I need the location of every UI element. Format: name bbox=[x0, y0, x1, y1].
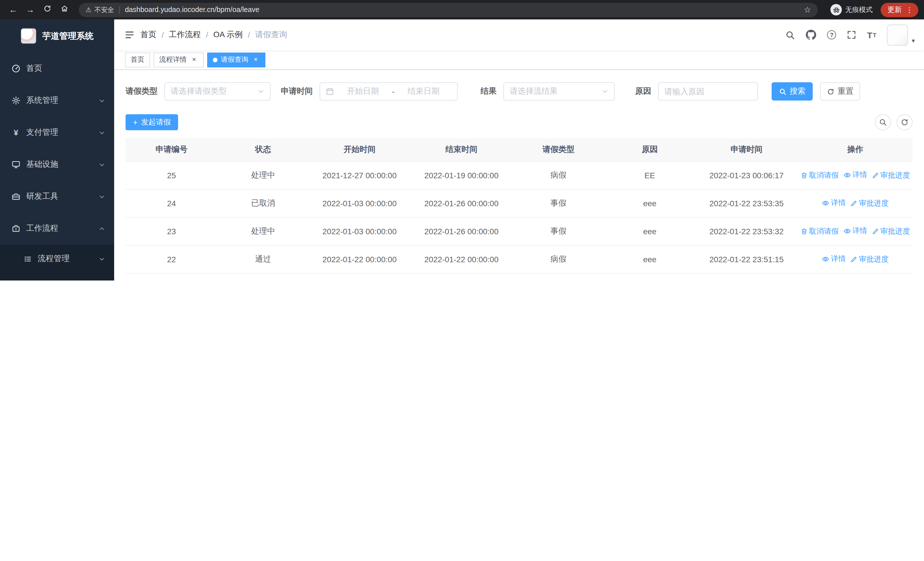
leave-type-select[interactable]: 请选择请假类型 bbox=[164, 82, 270, 101]
help-button[interactable]: ? bbox=[827, 30, 836, 39]
cancel-leave-link[interactable]: 取消请假 bbox=[801, 170, 838, 180]
breadcrumb-current: 请假查询 bbox=[255, 30, 287, 40]
cell-actions: 详情审批进度 bbox=[798, 189, 913, 217]
reset-button[interactable]: 重置 bbox=[820, 82, 860, 101]
cell-reason: EE bbox=[604, 161, 695, 189]
detail-link[interactable]: 详情 bbox=[822, 198, 846, 208]
approval-progress-link[interactable]: 审批进度 bbox=[850, 254, 889, 265]
fullscreen-icon bbox=[847, 30, 856, 39]
cell-start-time: 2022-01-03 00:00:00 bbox=[309, 189, 410, 217]
sidebar-item-dev-tools[interactable]: 研发工具 bbox=[0, 180, 114, 212]
cell-apply-time: 2022-01-22 23:49:46 bbox=[695, 273, 798, 281]
sidebar-item-label: 系统管理 bbox=[26, 95, 58, 106]
url-text[interactable]: dashboard.yudao.iocoder.cn/bpm/oa/leave bbox=[125, 6, 804, 14]
font-size-button[interactable]: TT bbox=[867, 30, 876, 40]
cell-reason: eee bbox=[604, 217, 695, 245]
breadcrumb-oa-example[interactable]: OA 示例 bbox=[213, 30, 243, 40]
detail-link[interactable]: 详情 bbox=[843, 226, 867, 236]
toggle-search-button[interactable] bbox=[875, 114, 891, 130]
edit-icon bbox=[850, 256, 857, 263]
cancel-leave-link[interactable]: 取消请假 bbox=[801, 226, 838, 236]
breadcrumb: 首页 / 工作流程 / OA 示例 / 请假查询 bbox=[140, 30, 287, 40]
browser-reload-button[interactable] bbox=[40, 2, 55, 17]
cell-leave-type: 事假 bbox=[513, 189, 604, 217]
tab-leave-query[interactable]: 请假查询 × bbox=[207, 52, 266, 67]
reason-input[interactable] bbox=[658, 82, 758, 101]
cell-start-time: 2022-01-03 00:00:00 bbox=[309, 217, 410, 245]
sidebar-item-payment-management[interactable]: ¥ 支付管理 bbox=[0, 117, 114, 149]
tab-process-detail[interactable]: 流程详情 × bbox=[153, 52, 204, 67]
trash-icon bbox=[801, 172, 807, 179]
reason-label: 原因 bbox=[635, 86, 651, 96]
sidebar-item-task-management[interactable]: 任务管理 bbox=[0, 273, 114, 281]
approval-progress-link[interactable]: 审批进度 bbox=[850, 198, 889, 209]
incognito-badge: 无痕模式 bbox=[830, 4, 873, 15]
cell-reason: EEE bbox=[604, 273, 695, 281]
sidebar-item-infrastructure[interactable]: 基础设施 bbox=[0, 149, 114, 180]
incognito-label: 无痕模式 bbox=[845, 5, 873, 15]
apply-time-label: 申请时间 bbox=[281, 86, 313, 96]
warning-icon: ⚠ bbox=[86, 6, 92, 14]
sidebar-item-workflow[interactable]: 工作流程 bbox=[0, 212, 114, 245]
close-icon[interactable]: × bbox=[190, 56, 198, 64]
tab-home[interactable]: 首页 bbox=[125, 52, 150, 67]
eye-icon bbox=[822, 256, 829, 263]
browser-back-button[interactable]: ← bbox=[6, 2, 21, 17]
approval-progress-link[interactable]: 审批进度 bbox=[872, 226, 910, 236]
refresh-table-button[interactable] bbox=[897, 114, 913, 130]
address-bar[interactable]: ⚠ 不安全 dashboard.yudao.iocoder.cn/bpm/oa/… bbox=[79, 3, 818, 17]
bookmark-star-button[interactable]: ☆ bbox=[804, 5, 811, 14]
close-icon[interactable]: × bbox=[252, 56, 260, 64]
user-menu[interactable]: ▾ bbox=[887, 24, 915, 45]
date-range-separator: - bbox=[391, 87, 396, 96]
site-security-warning[interactable]: ⚠ 不安全 bbox=[86, 5, 114, 14]
apply-time-daterange[interactable]: 开始日期 - 结束日期 bbox=[320, 82, 458, 101]
cell-request-id: 23 bbox=[126, 217, 218, 245]
browser-menu-icon[interactable]: ⋮ bbox=[906, 5, 913, 14]
caret-down-icon: ▾ bbox=[912, 37, 915, 45]
cell-actions: 取消请假详情审批进度 bbox=[798, 273, 913, 281]
cell-leave-type: 事假 bbox=[513, 217, 604, 245]
result-select[interactable]: 请选择流结果 bbox=[503, 82, 615, 101]
cell-apply-time: 2022-01-22 23:53:35 bbox=[695, 189, 798, 217]
create-leave-label: 发起请假 bbox=[141, 117, 171, 127]
header-status: 状态 bbox=[218, 138, 309, 161]
detail-link[interactable]: 详情 bbox=[843, 170, 867, 180]
fullscreen-button[interactable] bbox=[847, 30, 856, 39]
create-leave-button[interactable]: + 发起请假 bbox=[126, 114, 178, 130]
chevron-down-icon bbox=[99, 161, 105, 168]
header-search-button[interactable] bbox=[785, 30, 795, 40]
cell-end-time: 2022-01-19 00:00:00 bbox=[410, 161, 513, 189]
browser-update-button[interactable]: 更新 ⋮ bbox=[880, 3, 918, 17]
sidebar-collapse-button[interactable] bbox=[124, 30, 135, 40]
chevron-down-icon bbox=[99, 256, 105, 262]
github-button[interactable] bbox=[806, 30, 816, 40]
cell-end-time: 2022-01-23 00:00:00 bbox=[410, 273, 513, 281]
toolbox-icon bbox=[11, 192, 21, 201]
cell-apply-time: 2022-01-23 00:06:17 bbox=[695, 161, 798, 189]
end-date-placeholder: 结束日期 bbox=[396, 86, 452, 96]
chevron-down-icon bbox=[99, 129, 105, 136]
logo-avatar bbox=[21, 28, 36, 44]
sidebar-logo[interactable]: 芋道管理系统 bbox=[0, 20, 114, 53]
cell-request-id: 24 bbox=[126, 189, 218, 217]
browser-forward-button[interactable]: → bbox=[23, 2, 38, 17]
approval-progress-link[interactable]: 审批进度 bbox=[872, 170, 910, 180]
header-actions: 操作 bbox=[798, 138, 913, 161]
sidebar-item-label: 流程管理 bbox=[38, 254, 70, 264]
cell-reason: eee bbox=[604, 189, 695, 217]
header-apply-time: 申请时间 bbox=[695, 138, 798, 161]
detail-link[interactable]: 详情 bbox=[822, 254, 846, 264]
breadcrumb-home[interactable]: 首页 bbox=[140, 30, 156, 40]
browser-home-button[interactable] bbox=[57, 2, 72, 17]
sidebar-item-process-management[interactable]: 流程管理 bbox=[0, 245, 114, 273]
search-icon bbox=[785, 30, 795, 40]
breadcrumb-workflow[interactable]: 工作流程 bbox=[169, 30, 201, 40]
browser-chrome: ← → ⚠ 不安全 dashboard.yudao.iocoder.cn/bpm… bbox=[0, 0, 924, 20]
select-placeholder: 请选择请假类型 bbox=[171, 86, 226, 96]
search-button[interactable]: 搜索 bbox=[772, 82, 813, 101]
workflow-submenu: 流程管理 任务管理 我的流程 bbox=[0, 245, 114, 281]
sidebar-item-system-management[interactable]: 系统管理 bbox=[0, 84, 114, 117]
header-request-id: 申请编号 bbox=[126, 138, 218, 161]
sidebar-item-home[interactable]: 首页 bbox=[0, 53, 114, 84]
